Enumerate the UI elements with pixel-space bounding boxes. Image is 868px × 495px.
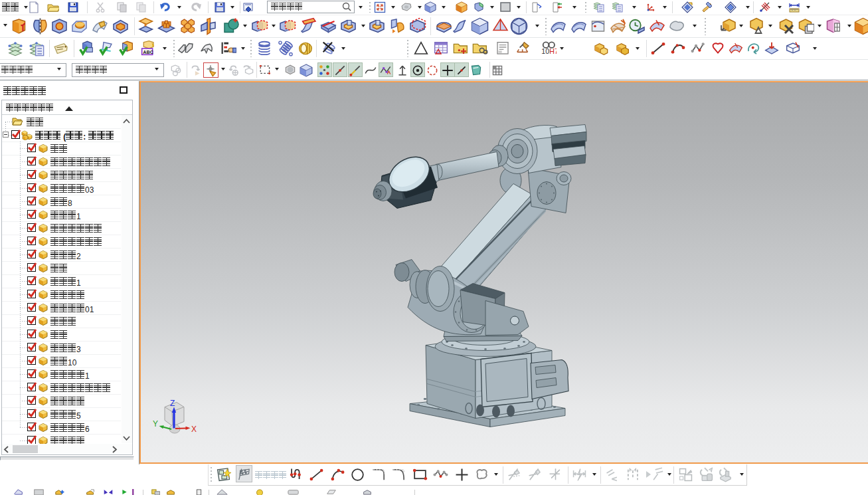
svg-text:ABC: ABC — [143, 49, 154, 55]
svg-text:X: X — [191, 424, 197, 433]
svg-text:Y: Y — [153, 419, 158, 428]
svg-text:Z: Z — [170, 398, 175, 407]
svg-text:10H7: 10H7 — [541, 47, 557, 55]
